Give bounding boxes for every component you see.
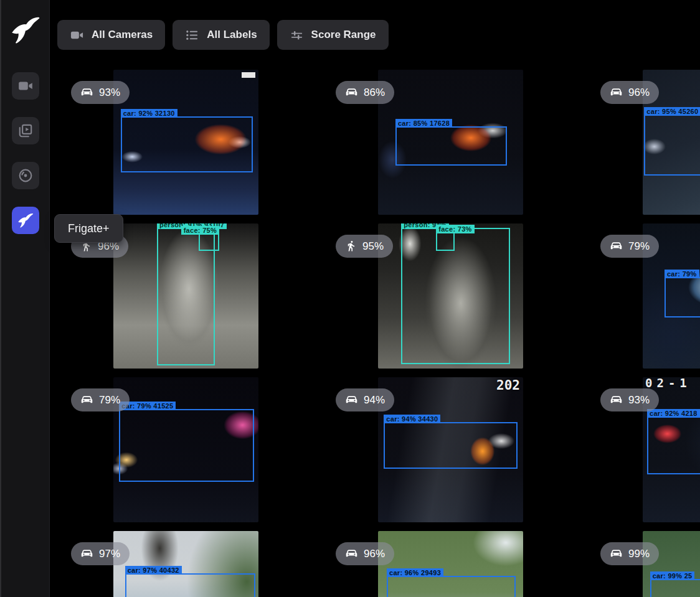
score-badge: 99% [600,542,659,565]
score-value: 95% [362,240,384,253]
frigate-logo [11,14,40,46]
object-bounding-box: car: 95% 45260 [644,115,700,176]
bounding-box-label: car: 79% [665,270,699,278]
sidebar [0,0,50,597]
object-bounding-box: car: 97% 40432 [125,573,256,597]
thumbnail-image: car: 94% 34430202 [378,377,523,522]
detections-grid: car: 92% 3213093%car: 85% 1762886%car: 9… [54,70,700,597]
score-value: 86% [364,87,385,99]
detection-tile[interactable]: car: 96% 2949396% [318,531,583,597]
person-icon [345,240,357,252]
camera-icon [70,28,84,42]
filter-label: All Cameras [92,29,153,41]
bounding-box-label: car: 85% 17628 [395,119,452,128]
detection-tile[interactable]: car: 95% 4526096% [583,70,700,215]
car-icon [345,547,358,560]
car-icon [345,86,358,99]
detection-tile[interactable]: person: 94%face: 73%95% [318,223,583,369]
score-value: 96% [628,87,650,99]
filter-bar: All Cameras All Labels Score Range [57,20,389,50]
thumbnail-image: car: 96% 29493 [378,531,523,597]
all-cameras-filter-button[interactable]: All Cameras [57,20,165,50]
score-badge: 96% [336,542,394,565]
sidebar-item-export[interactable] [12,162,39,189]
score-badge: 86% [336,81,394,104]
detection-tile[interactable]: car: 79% 4152579% [54,377,318,522]
score-value: 94% [364,394,385,407]
score-badge: 95% [336,235,393,258]
detection-tile[interactable]: car: 92% 3213093% [54,70,318,215]
score-badge: 79% [71,388,130,411]
car-icon [610,547,623,560]
bounding-box-label: face: 75% [181,226,219,235]
object-bounding-box: car: 96% 29493 [387,576,516,597]
camera-icon [17,78,34,94]
thumbnail-image: car: 97% 40432 [113,531,258,597]
score-value: 97% [99,548,120,560]
frigate-bird-icon [17,212,34,228]
thumbnail-image: car: 92% 32130 [113,70,258,215]
object-bounding-box: car: 94% 34430 [384,422,517,469]
object-bounding-box: car: 79% [665,277,700,317]
detection-tile[interactable]: car: 99% 2599% [583,531,700,597]
car-icon [610,393,623,407]
score-badge: 94% [336,388,394,411]
object-bounding-box: car: 99% 25 [650,579,700,597]
all-labels-filter-button[interactable]: All Labels [173,20,269,50]
timestamp-overlay-fragment: 202 [496,378,520,393]
tooltip-frigate-plus: Frigate+ [54,214,123,243]
score-value: 96% [364,548,385,560]
car-icon [80,547,93,560]
score-badge: 79% [600,235,659,258]
score-value: 93% [99,87,120,99]
bounding-box-label: car: 96% 29493 [387,568,443,577]
car-icon [610,240,623,253]
face-bounding-box: face: 73% [436,232,455,251]
score-value: 79% [628,240,650,253]
timestamp-overlay-fragment: 02-1 00 0 [645,377,700,390]
detection-tile[interactable]: car: 79%79% [583,223,700,369]
car-icon [80,86,93,99]
score-badge: 93% [600,388,659,411]
car-icon [80,393,93,407]
thumbnail-image: car: 79% 41525 [113,377,258,522]
filter-label: All Labels [207,29,257,41]
face-bounding-box: face: 75% [199,233,219,251]
object-bounding-box: car: 92% 4218 [647,416,700,474]
detection-tile[interactable]: person: 91% 93107face: 75%96% [54,223,318,369]
bounding-box-label: car: 97% 40432 [125,566,182,575]
score-badge: 97% [71,542,130,565]
detection-tile[interactable]: car: 85% 1762886% [318,70,583,215]
bounding-box-label: car: 95% 45260 [644,107,700,116]
tooltip-label: Frigate+ [68,222,110,235]
object-bounding-box: car: 92% 32130 [121,116,253,173]
sidebar-nav [12,72,39,234]
score-badge: 96% [600,81,659,104]
filter-label: Score Range [311,29,376,41]
disc-icon [17,167,34,184]
detection-tile[interactable]: car: 94% 3443020294% [318,377,583,522]
bounding-box-label: car: 92% 32130 [121,109,177,118]
detection-tile[interactable]: car: 92% 421802-1 00 093% [583,377,700,522]
video-library-icon [17,123,34,139]
bounding-box-label: car: 92% 4218 [647,409,700,418]
score-value: 93% [628,394,650,407]
bounding-box-label: car: 99% 25 [650,571,695,580]
bounding-box-label: face: 73% [436,225,474,233]
score-value: 99% [628,548,650,560]
sidebar-item-live[interactable] [12,72,39,100]
score-badge: 93% [71,81,130,104]
list-icon [185,28,199,42]
thumbnail-image: car: 85% 17628 [378,70,523,215]
car-icon [610,86,623,99]
bounding-box-label: car: 94% 34430 [384,415,440,423]
score-value: 79% [99,394,120,407]
detection-tile[interactable]: car: 97% 4043297% [54,531,318,597]
car-icon [345,393,358,407]
object-bounding-box: car: 85% 17628 [395,126,507,166]
thumbnail-image: person: 94%face: 73% [378,223,523,369]
sidebar-item-frigate-plus[interactable] [12,207,39,234]
score-range-filter-button[interactable]: Score Range [277,20,389,50]
sidebar-item-review[interactable] [12,117,39,144]
sliders-icon [290,28,304,42]
